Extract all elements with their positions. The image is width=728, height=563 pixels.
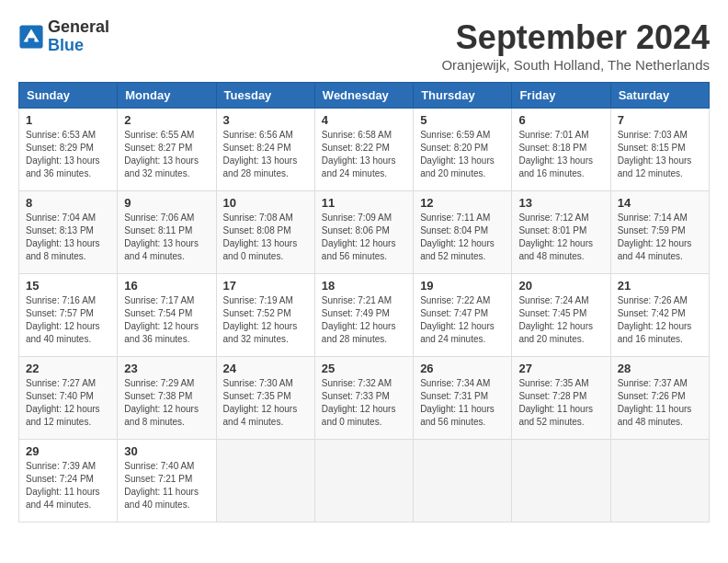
calendar-cell: 19Sunrise: 7:22 AMSunset: 7:47 PMDayligh…	[414, 274, 512, 357]
day-number: 6	[518, 113, 603, 127]
day-number: 24	[223, 362, 308, 375]
calendar-cell	[314, 440, 413, 523]
day-info: Sunrise: 6:56 AMSunset: 8:24 PMDaylight:…	[223, 129, 308, 180]
day-info: Sunrise: 6:58 AMSunset: 8:22 PMDaylight:…	[322, 129, 406, 180]
day-number: 3	[223, 113, 308, 127]
week-row-5: 29Sunrise: 7:39 AMSunset: 7:24 PMDayligh…	[19, 440, 710, 523]
day-number: 26	[420, 362, 505, 375]
day-info: Sunrise: 7:04 AMSunset: 8:13 PMDaylight:…	[26, 212, 110, 263]
calendar-cell: 24Sunrise: 7:30 AMSunset: 7:35 PMDayligh…	[216, 357, 314, 440]
day-info: Sunrise: 7:32 AMSunset: 7:33 PMDaylight:…	[322, 377, 406, 429]
calendar-cell: 20Sunrise: 7:24 AMSunset: 7:45 PMDayligh…	[512, 274, 610, 357]
calendar-cell: 29Sunrise: 7:39 AMSunset: 7:24 PMDayligh…	[19, 440, 118, 523]
day-info: Sunrise: 7:06 AMSunset: 8:11 PMDaylight:…	[124, 212, 209, 263]
calendar-cell: 15Sunrise: 7:16 AMSunset: 7:57 PMDayligh…	[19, 274, 118, 357]
day-number: 21	[618, 279, 702, 293]
calendar-cell: 10Sunrise: 7:08 AMSunset: 8:08 PMDayligh…	[216, 191, 314, 274]
week-row-4: 22Sunrise: 7:27 AMSunset: 7:40 PMDayligh…	[19, 357, 710, 440]
week-row-3: 15Sunrise: 7:16 AMSunset: 7:57 PMDayligh…	[19, 274, 710, 357]
calendar-cell	[512, 440, 610, 523]
day-info: Sunrise: 7:26 AMSunset: 7:42 PMDaylight:…	[618, 294, 702, 346]
calendar-cell: 6Sunrise: 7:01 AMSunset: 8:18 PMDaylight…	[512, 109, 610, 191]
day-number: 22	[26, 362, 110, 375]
calendar-cell: 25Sunrise: 7:32 AMSunset: 7:33 PMDayligh…	[314, 357, 413, 440]
day-info: Sunrise: 7:09 AMSunset: 8:06 PMDaylight:…	[322, 212, 406, 263]
logo-icon	[18, 24, 44, 50]
day-number: 27	[518, 362, 603, 375]
day-info: Sunrise: 7:40 AMSunset: 7:21 PMDaylight:…	[124, 460, 209, 511]
day-number: 8	[26, 196, 110, 210]
day-number: 1	[26, 113, 110, 127]
day-number: 7	[618, 113, 702, 127]
calendar-cell	[414, 440, 512, 523]
logo: General Blue	[18, 18, 109, 55]
day-info: Sunrise: 7:12 AMSunset: 8:01 PMDaylight:…	[518, 212, 603, 263]
calendar-cell: 4Sunrise: 6:58 AMSunset: 8:22 PMDaylight…	[314, 109, 413, 191]
logo-line2: Blue	[48, 37, 109, 55]
calendar-cell: 8Sunrise: 7:04 AMSunset: 8:13 PMDaylight…	[19, 191, 118, 274]
calendar-cell: 17Sunrise: 7:19 AMSunset: 7:52 PMDayligh…	[216, 274, 314, 357]
calendar-cell: 22Sunrise: 7:27 AMSunset: 7:40 PMDayligh…	[19, 357, 118, 440]
day-header-saturday: Saturday	[610, 83, 709, 109]
day-number: 10	[223, 196, 308, 210]
day-info: Sunrise: 7:24 AMSunset: 7:45 PMDaylight:…	[518, 294, 603, 346]
day-number: 28	[618, 362, 702, 375]
calendar-title: September 2024	[441, 18, 710, 57]
day-info: Sunrise: 7:37 AMSunset: 7:26 PMDaylight:…	[618, 377, 702, 429]
day-number: 12	[420, 196, 505, 210]
calendar-cell: 11Sunrise: 7:09 AMSunset: 8:06 PMDayligh…	[314, 191, 413, 274]
day-number: 25	[322, 362, 406, 375]
day-number: 14	[618, 196, 702, 210]
day-info: Sunrise: 6:59 AMSunset: 8:20 PMDaylight:…	[420, 129, 505, 180]
day-header-friday: Friday	[512, 83, 610, 109]
svg-rect-2	[28, 38, 35, 43]
calendar-table: SundayMondayTuesdayWednesdayThursdayFrid…	[18, 82, 710, 523]
logo-line1: General	[48, 18, 109, 37]
day-info: Sunrise: 7:03 AMSunset: 8:15 PMDaylight:…	[618, 129, 702, 180]
calendar-cell: 7Sunrise: 7:03 AMSunset: 8:15 PMDaylight…	[610, 109, 709, 191]
day-header-wednesday: Wednesday	[314, 83, 413, 109]
day-info: Sunrise: 7:39 AMSunset: 7:24 PMDaylight:…	[26, 460, 110, 511]
day-info: Sunrise: 7:19 AMSunset: 7:52 PMDaylight:…	[223, 294, 308, 346]
day-number: 20	[518, 279, 603, 293]
day-info: Sunrise: 7:35 AMSunset: 7:28 PMDaylight:…	[518, 377, 603, 429]
day-number: 9	[124, 196, 209, 210]
calendar-cell: 3Sunrise: 6:56 AMSunset: 8:24 PMDaylight…	[216, 109, 314, 191]
logo-text: General Blue	[48, 18, 109, 55]
calendar-cell: 16Sunrise: 7:17 AMSunset: 7:54 PMDayligh…	[118, 274, 216, 357]
day-info: Sunrise: 6:53 AMSunset: 8:29 PMDaylight:…	[26, 129, 110, 180]
calendar-cell: 12Sunrise: 7:11 AMSunset: 8:04 PMDayligh…	[414, 191, 512, 274]
day-number: 13	[518, 196, 603, 210]
day-info: Sunrise: 7:30 AMSunset: 7:35 PMDaylight:…	[223, 377, 308, 429]
day-header-monday: Monday	[118, 83, 216, 109]
day-info: Sunrise: 7:16 AMSunset: 7:57 PMDaylight:…	[26, 294, 110, 346]
day-number: 19	[420, 279, 505, 293]
calendar-subtitle: Oranjewijk, South Holland, The Netherlan…	[441, 57, 710, 73]
day-number: 11	[322, 196, 406, 210]
day-info: Sunrise: 6:55 AMSunset: 8:27 PMDaylight:…	[124, 129, 209, 180]
day-header-thursday: Thursday	[414, 83, 512, 109]
day-number: 30	[124, 444, 209, 458]
day-header-sunday: Sunday	[19, 83, 118, 109]
calendar-cell: 21Sunrise: 7:26 AMSunset: 7:42 PMDayligh…	[610, 274, 709, 357]
week-row-2: 8Sunrise: 7:04 AMSunset: 8:13 PMDaylight…	[19, 191, 710, 274]
calendar-cell: 14Sunrise: 7:14 AMSunset: 7:59 PMDayligh…	[610, 191, 709, 274]
day-number: 2	[124, 113, 209, 127]
day-info: Sunrise: 7:01 AMSunset: 8:18 PMDaylight:…	[518, 129, 603, 180]
calendar-cell: 26Sunrise: 7:34 AMSunset: 7:31 PMDayligh…	[414, 357, 512, 440]
calendar-cell: 23Sunrise: 7:29 AMSunset: 7:38 PMDayligh…	[118, 357, 216, 440]
day-info: Sunrise: 7:34 AMSunset: 7:31 PMDaylight:…	[420, 377, 505, 429]
calendar-cell: 27Sunrise: 7:35 AMSunset: 7:28 PMDayligh…	[512, 357, 610, 440]
day-info: Sunrise: 7:27 AMSunset: 7:40 PMDaylight:…	[26, 377, 110, 429]
title-section: September 2024 Oranjewijk, South Holland…	[441, 18, 710, 73]
day-number: 16	[124, 279, 209, 293]
calendar-cell: 2Sunrise: 6:55 AMSunset: 8:27 PMDaylight…	[118, 109, 216, 191]
calendar-cell: 13Sunrise: 7:12 AMSunset: 8:01 PMDayligh…	[512, 191, 610, 274]
calendar-cell: 1Sunrise: 6:53 AMSunset: 8:29 PMDaylight…	[19, 109, 118, 191]
day-number: 4	[322, 113, 406, 127]
day-number: 15	[26, 279, 110, 293]
day-info: Sunrise: 7:21 AMSunset: 7:49 PMDaylight:…	[322, 294, 406, 346]
calendar-cell: 9Sunrise: 7:06 AMSunset: 8:11 PMDaylight…	[118, 191, 216, 274]
day-info: Sunrise: 7:17 AMSunset: 7:54 PMDaylight:…	[124, 294, 209, 346]
page-header: General Blue September 2024 Oranjewijk, …	[18, 18, 710, 73]
